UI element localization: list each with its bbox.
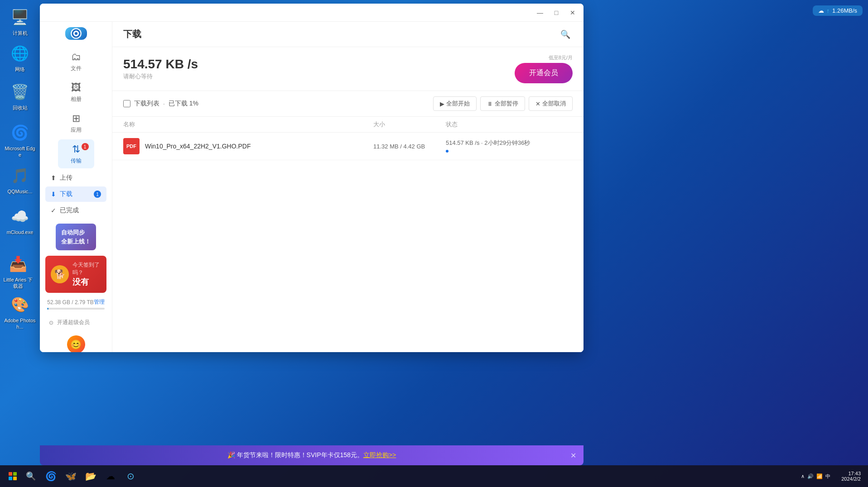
select-all-checkbox[interactable] — [123, 100, 130, 107]
sidebar-upload-download-tabs: ⬆ 上传 ⬇ 下载 1 ✓ 已完成 — [40, 170, 112, 218]
main-content: 下载 🔍 514.57 KB /s 请耐心等待 低至8元/月 开通会员 — [112, 22, 583, 352]
progress-label: 已下载 1% — [169, 100, 198, 108]
vip-upgrade-main-button[interactable]: 开通会员 — [515, 63, 573, 83]
all-start-button[interactable]: ▶ 全部开始 — [433, 96, 477, 111]
autosync-promo-banner[interactable]: 自动同步全新上线！ — [56, 224, 96, 250]
done-tab[interactable]: ✓ 已完成 — [45, 203, 106, 218]
taskbar-app4-button[interactable]: ☁ — [101, 467, 120, 485]
speed-info: 514.57 KB /s 请耐心等待 — [123, 57, 515, 81]
storage-manage-link[interactable]: 管理 — [94, 298, 105, 306]
desktop-icon-mcloud[interactable]: ☁️ mCloud.exe — [2, 204, 38, 237]
sidebar-item-file[interactable]: 🗂 文件 — [58, 47, 94, 76]
sidebar: 🗂 文件 🖼 相册 ⊞ 应用 ⇅ 传输 1 — [40, 22, 112, 352]
tray-arrow[interactable]: ∧ — [801, 473, 805, 479]
signin-banner[interactable]: 🐕 今天签到了吗？ 没有 — [45, 256, 106, 293]
windows-icon — [9, 472, 17, 480]
desktop-icon-recycle[interactable]: 🗑️ 回收站 — [2, 79, 38, 113]
app4-taskbar-icon: ☁ — [106, 471, 115, 482]
promo-banner: 🎉 年货节来啦！限时特惠！SVIP年卡仅158元。 立即抢购>> ✕ — [40, 445, 583, 465]
app-logo[interactable] — [65, 27, 87, 40]
play-icon: ▶ — [440, 100, 444, 107]
network-widget: ☁ ↑ 1.26MB/s — [813, 5, 863, 16]
speed-value: 514.57 KB /s — [123, 57, 515, 72]
table-header: 名称 大小 状态 — [112, 117, 583, 133]
taskbar-time: 17:43 — [841, 471, 861, 476]
app-window: — □ ✕ 🗂 — [40, 4, 583, 352]
taskbar-clock[interactable]: 17:43 2024/2/2 — [838, 471, 864, 482]
taskbar-search-button[interactable]: 🔍 — [22, 467, 40, 485]
col-status-header: 状态 — [446, 120, 573, 129]
download-taskbar-icon: ⊙ — [127, 471, 135, 482]
mcloud-icon: ☁️ — [9, 205, 31, 227]
file-name: Win10_Pro_x64_22H2_V1.GHO.PDF — [145, 143, 373, 150]
taskbar-app3-button[interactable]: 📂 — [82, 467, 100, 485]
vip-price-note: 低至8元/月 — [515, 54, 573, 61]
all-pause-button[interactable]: ⏸ 全部暂停 — [480, 96, 525, 111]
sidebar-item-album[interactable]: 🖼 相册 — [58, 78, 94, 107]
download-tab[interactable]: ⬇ 下载 1 — [45, 186, 106, 202]
file-icon: 🗂 — [71, 51, 81, 63]
audio-icon[interactable]: 🔊 — [807, 473, 814, 479]
table-row[interactable]: PDF Win10_Pro_x64_22H2_V1.GHO.PDF 11.32 … — [112, 133, 583, 160]
promo-close-button[interactable]: ✕ — [570, 451, 576, 460]
all-cancel-button[interactable]: ✕ 全部取消 — [529, 96, 573, 111]
header-right: 🔍 — [558, 27, 573, 42]
desktop-icon-edge[interactable]: 🌀 Microsoft Edge — [2, 120, 38, 160]
all-start-label: 全部开始 — [446, 100, 470, 108]
taskbar-pinned-apps: 🌀 🦋 📂 ☁ ⊙ — [42, 467, 140, 485]
done-label: 已完成 — [60, 206, 79, 215]
system-tray: ∧ 🔊 📶 中 — [797, 473, 834, 480]
done-icon: ✓ — [51, 207, 56, 214]
download-tab-badge: 1 — [94, 191, 101, 198]
page-header: 下载 🔍 — [112, 22, 583, 47]
signin-title: 今天签到了吗？ — [72, 261, 101, 277]
desktop-icon-network[interactable]: 🌐 网络 — [2, 41, 38, 74]
vip-upgrade-button[interactable]: ⊙ 开通超级会员 — [45, 315, 106, 330]
sidebar-lower: 🐕 今天签到了吗？ 没有 52.38 GB / 2.79 TB 管理 — [40, 256, 112, 352]
computer-icon: 🖥️ — [9, 6, 31, 28]
photoshop-icon: 🎨 — [9, 294, 31, 315]
qqmusic-icon: 🎵 — [9, 165, 31, 186]
taskbar-right: ∧ 🔊 📶 中 17:43 2024/2/2 — [797, 471, 864, 482]
sidebar-item-transfer[interactable]: ⇅ 传输 1 — [58, 139, 94, 168]
edge-taskbar-icon: 🌀 — [45, 471, 57, 482]
download-icon: ⬇ — [51, 191, 56, 198]
transfer-icon: ⇅ — [72, 143, 80, 155]
upload-icon: ⬆ — [51, 174, 56, 181]
download-list-header: 下载列表 · 已下载 1% ▶ 全部开始 ⏸ 全部暂停 — [112, 91, 583, 117]
search-icon: 🔍 — [26, 471, 36, 481]
speed-banner: 514.57 KB /s 请耐心等待 低至8元/月 开通会员 — [112, 47, 583, 91]
vip-upgrade-label: 开通超级会员 — [57, 319, 90, 326]
app-grid-icon: ⊞ — [72, 113, 80, 124]
user-avatar[interactable]: 😊 — [67, 335, 85, 352]
minimize-button[interactable]: — — [533, 6, 547, 19]
maximize-button[interactable]: □ — [549, 6, 564, 19]
close-button[interactable]: ✕ — [565, 6, 580, 19]
search-button[interactable]: 🔍 — [558, 27, 573, 42]
desktop-icon-computer[interactable]: 🖥️ 计算机 — [2, 5, 38, 38]
promo-link[interactable]: 立即抢购>> — [363, 451, 396, 459]
pause-icon: ⏸ — [487, 100, 493, 107]
storage-used: 52.38 GB / 2.79 TB — [47, 299, 94, 306]
taskbar-download-button[interactable]: ⊙ — [121, 467, 140, 485]
col-size-header: 大小 — [373, 120, 446, 129]
network-icon: 🌐 — [9, 43, 31, 64]
taskbar-app2-button[interactable]: 🦋 — [62, 467, 80, 485]
transfer-badge: 1 — [82, 143, 89, 150]
desktop-icon-photoshop[interactable]: 🎨 Adobe Photosh... — [2, 292, 38, 332]
upload-tab[interactable]: ⬆ 上传 — [45, 170, 106, 186]
file-size: 11.32 MB / 4.42 GB — [373, 143, 446, 150]
ime-icon[interactable]: 中 — [825, 473, 830, 480]
network-signal-icon[interactable]: 📶 — [816, 473, 823, 479]
taskbar-edge-button[interactable]: 🌀 — [42, 467, 60, 485]
svg-point-2 — [75, 32, 77, 35]
desktop-icon-qqmusic[interactable]: 🎵 QQMusic... — [2, 163, 38, 196]
sidebar-item-app[interactable]: ⊞ 应用 — [58, 109, 94, 138]
start-button[interactable] — [4, 467, 22, 485]
album-icon: 🖼 — [71, 82, 81, 94]
desktop-icon-aries[interactable]: 📥 Little Aries 下载器 — [0, 251, 36, 291]
vip-upgrade-icon: ⊙ — [49, 320, 53, 326]
download-list-label: 下载列表 — [134, 100, 159, 108]
recycle-icon: 🗑️ — [9, 81, 31, 103]
vip-upgrade-area: 低至8元/月 开通会员 — [515, 54, 573, 83]
